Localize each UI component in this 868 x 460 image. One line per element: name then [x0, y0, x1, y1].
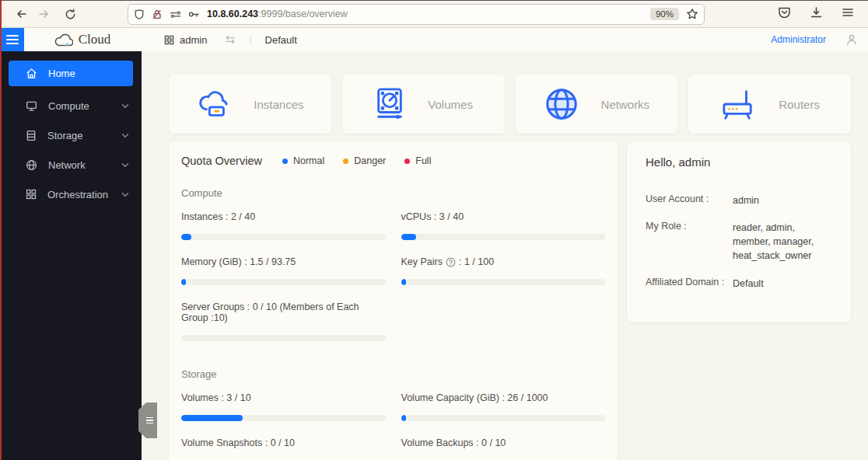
progress-track: [401, 415, 606, 421]
capture-edge-line: [0, 0, 2, 460]
switch-project-icon[interactable]: [225, 35, 236, 44]
quota-volumes: Volumes : 3 / 10: [181, 392, 386, 421]
url-text: 10.8.60.243:9999/base/overview: [207, 9, 348, 19]
current-region[interactable]: Default: [265, 34, 297, 46]
cloud-server-icon: [196, 88, 232, 120]
app-header: Cloud admin | Default Administrator: [0, 28, 868, 51]
progress-track: [401, 279, 606, 285]
console-log-icon: [146, 417, 153, 424]
permissions-icon[interactable]: [170, 9, 181, 19]
quota-memory: Memory (GiB) : 1.5 / 93.75: [181, 256, 386, 285]
compute-icon: [26, 100, 37, 112]
header-right: Administrator: [771, 34, 868, 46]
volumes-card[interactable]: Volumes: [342, 75, 505, 134]
key-icon[interactable]: [188, 9, 200, 19]
router-icon: [719, 88, 757, 120]
summary-cards-row: Instances Volumes Networks Routers: [169, 75, 851, 134]
console-drawer-handle[interactable]: [138, 402, 157, 438]
sidebar-item-label: Storage: [47, 130, 83, 141]
my-role-row: My Role : reader, admin, member, manager…: [646, 221, 832, 263]
routers-card[interactable]: Routers: [688, 75, 851, 134]
compute-section-title: Compute: [181, 187, 605, 199]
progress-track: [181, 234, 386, 240]
pocket-icon[interactable]: [778, 6, 791, 22]
affiliated-domain-row: Affiliated Domain : Default: [646, 277, 832, 291]
sidebar-item-network[interactable]: Network: [0, 150, 142, 179]
progress-track: [401, 234, 606, 240]
quota-volume-capacity: Volume Capacity (GiB) : 26 / 1000: [401, 392, 606, 421]
progress-track: [181, 279, 386, 285]
back-button[interactable]: [11, 4, 33, 24]
progress-track: [181, 335, 386, 341]
main-content: Instances Volumes Networks Routers: [142, 51, 868, 460]
toolbar-right: [778, 6, 860, 22]
progress-fill: [181, 279, 186, 285]
legend-full: Full: [404, 155, 431, 166]
user-avatar-icon[interactable]: [846, 34, 857, 46]
quota-key-pairs: Key Pairs : 1 / 100: [401, 256, 606, 285]
legend-danger: Danger: [343, 155, 386, 166]
shield-icon[interactable]: [134, 9, 145, 20]
home-icon: [26, 68, 37, 79]
help-circle-icon[interactable]: [446, 257, 456, 267]
url-host: 10.8.60.243: [207, 9, 258, 19]
quota-vcpus: vCPUs : 3 / 40: [401, 211, 606, 240]
card-label: Volumes: [428, 98, 473, 111]
workspace-switcher: admin | Default: [164, 34, 297, 46]
progress-fill: [401, 234, 417, 240]
sidebar-item-compute[interactable]: Compute: [0, 91, 142, 120]
sidebar-item-label: Home: [48, 68, 75, 79]
orchestration-icon: [26, 189, 37, 200]
progress-fill: [401, 415, 407, 421]
user-info-card: Hello, admin User Account : admin My Rol…: [627, 141, 851, 322]
url-bar[interactable]: 10.8.60.243:9999/base/overview 90%: [128, 4, 705, 25]
card-label: Instances: [254, 98, 303, 111]
legend-normal: Normal: [282, 155, 324, 166]
globe-icon: [544, 86, 579, 122]
sidebar-nav: Home Compute Storage: [0, 51, 142, 460]
menu-icon[interactable]: [842, 7, 854, 21]
screen: 10.8.60.243:9999/base/overview 90% Cloud: [0, 0, 868, 460]
storage-icon: [26, 130, 37, 141]
app-logo[interactable]: Cloud: [24, 32, 141, 47]
divider: |: [249, 34, 251, 45]
storage-section-title: Storage: [181, 368, 605, 380]
quota-legend: Normal Danger Full: [282, 155, 431, 166]
chevron-down-icon: [121, 192, 129, 197]
current-project[interactable]: admin: [180, 34, 207, 46]
reload-button[interactable]: [59, 4, 81, 24]
logo-text: Cloud: [79, 32, 111, 47]
sidebar-toggle-button[interactable]: [0, 28, 24, 51]
compute-quota-grid: Instances : 2 / 40 vCPUs : 3 / 40 Memory…: [181, 211, 605, 357]
quota-volume-backups: Volume Backups : 0 / 10: [401, 437, 606, 460]
zoom-level-badge[interactable]: 90%: [650, 8, 679, 20]
progress-fill: [181, 234, 191, 240]
sidebar-item-orchestration[interactable]: Orchestration: [0, 179, 142, 209]
sidebar-item-storage[interactable]: Storage: [0, 120, 142, 150]
network-globe-icon: [26, 159, 37, 171]
sidebar-item-home[interactable]: Home: [9, 61, 133, 86]
quota-server-groups: Server Groups : 0 / 10 (Members of Each …: [181, 301, 386, 341]
sidebar-item-label: Network: [48, 159, 86, 171]
download-icon[interactable]: [810, 6, 823, 22]
danger-dot: [343, 159, 348, 164]
projects-grid-icon: [164, 35, 174, 45]
progress-fill: [401, 279, 406, 285]
full-dot: [404, 159, 410, 164]
quota-overview-card: Quota Overview Normal Danger Full Comput…: [169, 141, 618, 460]
cloud-logo-icon: [54, 33, 73, 47]
hard-drive-icon: [373, 87, 406, 121]
user-account-row: User Account : admin: [646, 193, 832, 207]
card-label: Routers: [779, 98, 820, 111]
administrator-link[interactable]: Administrator: [771, 34, 826, 45]
card-label: Networks: [601, 98, 650, 111]
quota-volume-snapshots: Volume Snapshots : 0 / 10: [181, 437, 386, 460]
forward-button[interactable]: [33, 4, 54, 24]
networks-card[interactable]: Networks: [516, 75, 678, 134]
bookmark-star-icon[interactable]: [686, 8, 698, 20]
insecure-lock-icon[interactable]: [152, 9, 163, 20]
quota-instances: Instances : 2 / 40: [181, 211, 386, 240]
chevron-down-icon: [121, 133, 129, 138]
instances-card[interactable]: Instances: [169, 75, 331, 134]
browser-toolbar: 10.8.60.243:9999/base/overview 90%: [0, 0, 868, 28]
